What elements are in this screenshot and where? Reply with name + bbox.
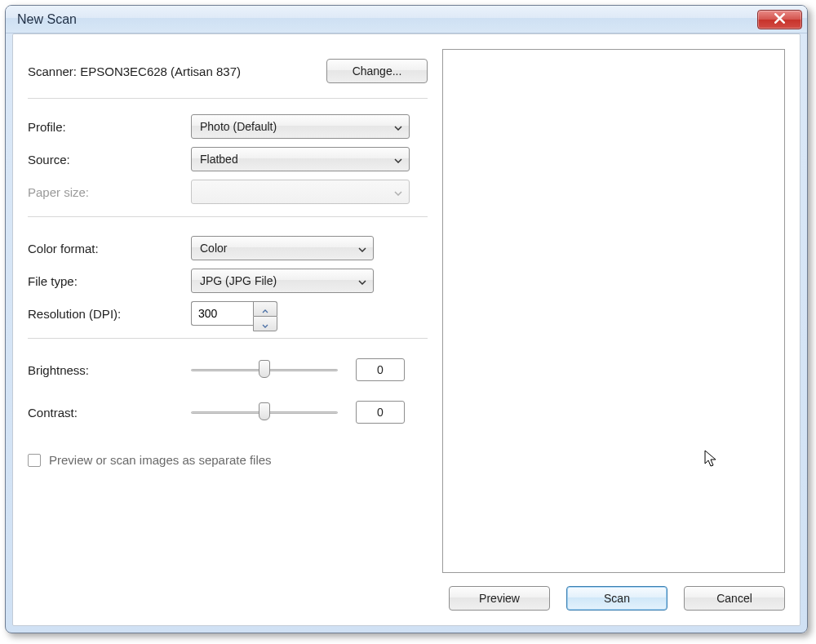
preview-panel: Preview Scan Cancel (442, 49, 785, 611)
cursor-icon (704, 450, 719, 472)
source-label: Source: (28, 153, 191, 167)
settings-panel: Scanner: EPSON3EC628 (Artisan 837) Chang… (28, 49, 428, 611)
spin-down-button[interactable] (253, 316, 277, 331)
divider (28, 98, 428, 99)
colorformat-label: Color format: (28, 242, 150, 255)
cancel-button[interactable]: Cancel (684, 586, 785, 611)
separate-files-label: Preview or scan images as separate files (49, 453, 272, 467)
chevron-down-icon (262, 317, 268, 331)
new-scan-window: New Scan Scanner: EPSON3EC628 (Artisan 8… (5, 5, 808, 633)
chevron-down-icon (358, 274, 366, 287)
scanner-label: Scanner: EPSON3EC628 (Artisan 837) (28, 64, 326, 78)
window-title: New Scan (17, 12, 77, 27)
chevron-down-icon (394, 120, 402, 133)
preview-area[interactable] (442, 49, 785, 573)
source-select[interactable]: Flatbed (191, 147, 410, 171)
spin-up-button[interactable] (253, 301, 277, 316)
filetype-select[interactable]: JPG (JPG File) (191, 269, 374, 293)
resolution-label: Resolution (DPI): (28, 307, 150, 321)
divider (28, 216, 428, 217)
chevron-down-icon (358, 242, 366, 255)
resolution-input[interactable] (191, 301, 253, 326)
chevron-down-icon (394, 153, 402, 166)
brightness-label: Brightness: (28, 363, 191, 377)
profile-select[interactable]: Photo (Default) (191, 114, 410, 139)
divider (28, 338, 428, 339)
change-scanner-button[interactable]: Change... (326, 59, 428, 83)
brightness-slider[interactable] (191, 360, 338, 380)
close-button[interactable] (757, 10, 802, 29)
titlebar: New Scan (6, 6, 807, 33)
brightness-value[interactable]: 0 (356, 358, 405, 381)
chevron-down-icon (394, 185, 402, 198)
papersize-select (191, 180, 410, 204)
slider-thumb[interactable] (259, 402, 270, 420)
separate-files-checkbox[interactable] (28, 454, 41, 467)
profile-label: Profile: (28, 120, 191, 134)
filetype-label: File type: (28, 274, 150, 288)
papersize-label: Paper size: (28, 185, 191, 199)
button-bar: Preview Scan Cancel (442, 586, 785, 611)
chevron-up-icon (262, 302, 268, 316)
contrast-value[interactable]: 0 (356, 401, 405, 424)
slider-thumb[interactable] (259, 360, 270, 378)
contrast-label: Contrast: (28, 406, 191, 420)
contrast-slider[interactable] (191, 402, 338, 422)
close-icon (774, 12, 785, 26)
scan-button[interactable]: Scan (566, 586, 667, 611)
client-area: Scanner: EPSON3EC628 (Artisan 837) Chang… (12, 33, 800, 626)
preview-button[interactable]: Preview (449, 586, 550, 611)
resolution-spinner[interactable] (191, 301, 277, 326)
colorformat-select[interactable]: Color (191, 236, 374, 260)
